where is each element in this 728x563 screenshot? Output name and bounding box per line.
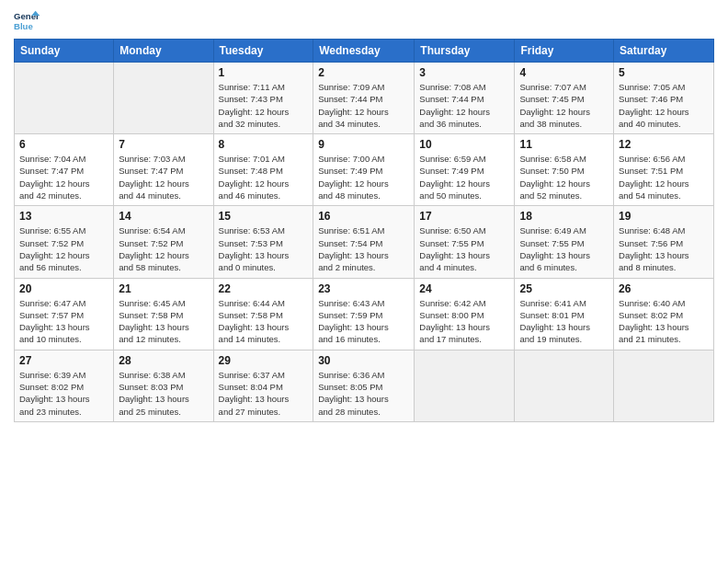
- calendar-cell: 1Sunrise: 7:11 AM Sunset: 7:43 PM Daylig…: [213, 63, 313, 134]
- day-number: 8: [219, 138, 309, 151]
- day-number: 10: [419, 138, 509, 151]
- day-number: 16: [318, 210, 409, 223]
- calendar-cell: 2Sunrise: 7:09 AM Sunset: 7:44 PM Daylig…: [313, 63, 415, 134]
- day-detail: Sunrise: 7:07 AM Sunset: 7:45 PM Dayligh…: [519, 81, 609, 130]
- calendar-cell: 22Sunrise: 6:44 AM Sunset: 7:58 PM Dayli…: [213, 278, 313, 350]
- day-number: 3: [419, 66, 509, 79]
- day-number: 5: [619, 66, 709, 79]
- calendar-cell: 12Sunrise: 6:56 AM Sunset: 7:51 PM Dayli…: [614, 134, 714, 206]
- day-number: 2: [318, 66, 409, 79]
- day-detail: Sunrise: 6:44 AM Sunset: 7:58 PM Dayligh…: [219, 297, 309, 346]
- day-number: 9: [318, 138, 409, 151]
- day-detail: Sunrise: 6:41 AM Sunset: 8:01 PM Dayligh…: [519, 297, 609, 346]
- day-number: 25: [519, 282, 609, 295]
- header-thursday: Thursday: [415, 40, 515, 63]
- calendar-cell: 17Sunrise: 6:50 AM Sunset: 7:55 PM Dayli…: [415, 206, 515, 278]
- page: GeneralBlue SundayMondayTuesdayWednesday…: [0, 0, 728, 563]
- day-number: 14: [119, 210, 208, 223]
- calendar-cell: 28Sunrise: 6:38 AM Sunset: 8:03 PM Dayli…: [114, 350, 213, 421]
- day-number: 20: [19, 282, 108, 295]
- calendar-cell: 27Sunrise: 6:39 AM Sunset: 8:02 PM Dayli…: [15, 350, 114, 421]
- calendar-cell: [15, 63, 114, 134]
- logo-icon: GeneralBlue: [14, 9, 40, 35]
- day-detail: Sunrise: 6:42 AM Sunset: 8:00 PM Dayligh…: [419, 297, 509, 346]
- calendar-cell: 29Sunrise: 6:37 AM Sunset: 8:04 PM Dayli…: [213, 350, 313, 421]
- header-monday: Monday: [114, 40, 213, 63]
- calendar-cell: [415, 350, 515, 421]
- day-detail: Sunrise: 6:40 AM Sunset: 8:02 PM Dayligh…: [619, 297, 709, 346]
- day-detail: Sunrise: 7:01 AM Sunset: 7:48 PM Dayligh…: [219, 153, 309, 201]
- day-number: 27: [19, 354, 108, 367]
- day-number: 19: [619, 210, 709, 223]
- day-detail: Sunrise: 7:08 AM Sunset: 7:44 PM Dayligh…: [419, 81, 509, 130]
- day-detail: Sunrise: 6:54 AM Sunset: 7:52 PM Dayligh…: [119, 224, 208, 273]
- calendar-week-1: 1Sunrise: 7:11 AM Sunset: 7:43 PM Daylig…: [15, 63, 714, 134]
- header: GeneralBlue: [14, 9, 714, 35]
- day-detail: Sunrise: 6:45 AM Sunset: 7:58 PM Dayligh…: [119, 297, 208, 346]
- day-number: 29: [219, 354, 309, 367]
- calendar-cell: 8Sunrise: 7:01 AM Sunset: 7:48 PM Daylig…: [213, 134, 313, 206]
- day-number: 18: [519, 210, 609, 223]
- day-detail: Sunrise: 6:36 AM Sunset: 8:05 PM Dayligh…: [318, 369, 409, 418]
- calendar-cell: 11Sunrise: 6:58 AM Sunset: 7:50 PM Dayli…: [515, 134, 614, 206]
- day-number: 4: [519, 66, 609, 79]
- calendar-cell: 21Sunrise: 6:45 AM Sunset: 7:58 PM Dayli…: [114, 278, 213, 350]
- calendar-cell: 9Sunrise: 7:00 AM Sunset: 7:49 PM Daylig…: [313, 134, 415, 206]
- day-detail: Sunrise: 6:39 AM Sunset: 8:02 PM Dayligh…: [19, 369, 108, 418]
- day-detail: Sunrise: 6:55 AM Sunset: 7:52 PM Dayligh…: [19, 224, 108, 273]
- calendar-table: SundayMondayTuesdayWednesdayThursdayFrid…: [14, 39, 714, 422]
- calendar-cell: 30Sunrise: 6:36 AM Sunset: 8:05 PM Dayli…: [313, 350, 415, 421]
- calendar-cell: 14Sunrise: 6:54 AM Sunset: 7:52 PM Dayli…: [114, 206, 213, 278]
- day-detail: Sunrise: 6:43 AM Sunset: 7:59 PM Dayligh…: [318, 297, 409, 346]
- day-number: 13: [19, 210, 108, 223]
- header-sunday: Sunday: [15, 40, 114, 63]
- calendar-cell: [515, 350, 614, 421]
- day-detail: Sunrise: 6:50 AM Sunset: 7:55 PM Dayligh…: [419, 224, 509, 273]
- day-detail: Sunrise: 7:00 AM Sunset: 7:49 PM Dayligh…: [318, 153, 409, 201]
- calendar-week-5: 27Sunrise: 6:39 AM Sunset: 8:02 PM Dayli…: [15, 350, 714, 421]
- header-friday: Friday: [515, 40, 614, 63]
- calendar-cell: [114, 63, 213, 134]
- svg-text:Blue: Blue: [14, 21, 33, 31]
- day-number: 24: [419, 282, 509, 295]
- calendar-cell: 23Sunrise: 6:43 AM Sunset: 7:59 PM Dayli…: [313, 278, 415, 350]
- calendar-cell: 20Sunrise: 6:47 AM Sunset: 7:57 PM Dayli…: [15, 278, 114, 350]
- day-number: 15: [219, 210, 309, 223]
- day-number: 11: [519, 138, 609, 151]
- day-detail: Sunrise: 7:09 AM Sunset: 7:44 PM Dayligh…: [318, 81, 409, 130]
- day-detail: Sunrise: 7:05 AM Sunset: 7:46 PM Dayligh…: [619, 81, 709, 130]
- day-number: 28: [119, 354, 208, 367]
- day-number: 6: [19, 138, 108, 151]
- calendar-cell: 16Sunrise: 6:51 AM Sunset: 7:54 PM Dayli…: [313, 206, 415, 278]
- calendar-cell: 3Sunrise: 7:08 AM Sunset: 7:44 PM Daylig…: [415, 63, 515, 134]
- calendar-cell: [614, 350, 714, 421]
- day-detail: Sunrise: 6:53 AM Sunset: 7:53 PM Dayligh…: [219, 224, 309, 273]
- day-detail: Sunrise: 6:38 AM Sunset: 8:03 PM Dayligh…: [119, 369, 208, 418]
- calendar-cell: 10Sunrise: 6:59 AM Sunset: 7:49 PM Dayli…: [415, 134, 515, 206]
- day-number: 21: [119, 282, 208, 295]
- day-number: 26: [619, 282, 709, 295]
- calendar-week-2: 6Sunrise: 7:04 AM Sunset: 7:47 PM Daylig…: [15, 134, 714, 206]
- calendar-cell: 7Sunrise: 7:03 AM Sunset: 7:47 PM Daylig…: [114, 134, 213, 206]
- day-number: 23: [318, 282, 409, 295]
- day-detail: Sunrise: 6:56 AM Sunset: 7:51 PM Dayligh…: [619, 153, 709, 201]
- day-detail: Sunrise: 6:58 AM Sunset: 7:50 PM Dayligh…: [519, 153, 609, 201]
- calendar-header-row: SundayMondayTuesdayWednesdayThursdayFrid…: [15, 40, 714, 63]
- day-number: 30: [318, 354, 409, 367]
- calendar-week-3: 13Sunrise: 6:55 AM Sunset: 7:52 PM Dayli…: [15, 206, 714, 278]
- day-detail: Sunrise: 7:11 AM Sunset: 7:43 PM Dayligh…: [219, 81, 309, 130]
- day-detail: Sunrise: 6:59 AM Sunset: 7:49 PM Dayligh…: [419, 153, 509, 201]
- calendar-cell: 13Sunrise: 6:55 AM Sunset: 7:52 PM Dayli…: [15, 206, 114, 278]
- header-saturday: Saturday: [614, 40, 714, 63]
- day-detail: Sunrise: 6:48 AM Sunset: 7:56 PM Dayligh…: [619, 224, 709, 273]
- day-number: 22: [219, 282, 309, 295]
- calendar-cell: 19Sunrise: 6:48 AM Sunset: 7:56 PM Dayli…: [614, 206, 714, 278]
- calendar-cell: 18Sunrise: 6:49 AM Sunset: 7:55 PM Dayli…: [515, 206, 614, 278]
- header-tuesday: Tuesday: [213, 40, 313, 63]
- day-number: 1: [219, 66, 309, 79]
- calendar-cell: 25Sunrise: 6:41 AM Sunset: 8:01 PM Dayli…: [515, 278, 614, 350]
- day-detail: Sunrise: 7:03 AM Sunset: 7:47 PM Dayligh…: [119, 153, 208, 201]
- calendar-cell: 24Sunrise: 6:42 AM Sunset: 8:00 PM Dayli…: [415, 278, 515, 350]
- day-detail: Sunrise: 6:37 AM Sunset: 8:04 PM Dayligh…: [219, 369, 309, 418]
- calendar-cell: 26Sunrise: 6:40 AM Sunset: 8:02 PM Dayli…: [614, 278, 714, 350]
